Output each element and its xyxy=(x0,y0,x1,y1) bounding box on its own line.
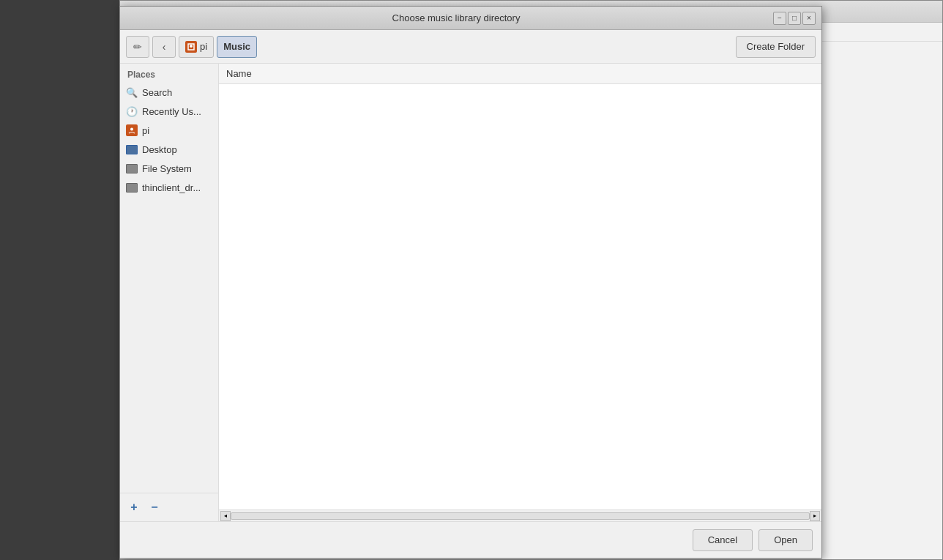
remove-bookmark-button[interactable]: − xyxy=(146,499,163,515)
filesystem-icon xyxy=(126,163,138,174)
search-icon: 🔍 xyxy=(126,86,138,98)
file-pane: Name ◂ ▸ xyxy=(219,64,821,521)
choose-directory-dialog: Choose music library directory − □ × ✏ ‹ xyxy=(119,6,822,559)
svg-point-2 xyxy=(130,128,133,131)
file-pane-header: Name xyxy=(219,64,821,84)
sidebar-label-desktop: Desktop xyxy=(142,144,177,155)
back-icon: ‹ xyxy=(163,41,166,53)
drive-icon xyxy=(126,182,138,193)
desktop-icon xyxy=(126,143,138,155)
breadcrumb-home-label: pi xyxy=(200,41,207,52)
os-sidebar xyxy=(0,0,121,560)
add-bookmark-button[interactable]: + xyxy=(126,499,142,515)
dialog-restore-btn[interactable]: □ xyxy=(788,12,801,25)
svg-point-1 xyxy=(190,45,193,48)
dialog-minimize-btn[interactable]: − xyxy=(773,12,786,25)
edit-icon: ✏ xyxy=(133,41,142,53)
breadcrumb-home[interactable]: pi xyxy=(179,36,214,58)
scroll-right-button[interactable]: ▸ xyxy=(810,511,820,521)
sidebar-label-filesystem: File System xyxy=(142,163,192,174)
sidebar: Places 🔍 Search 🕐 Recently Us... xyxy=(120,64,219,521)
dialog-title: Choose music library directory xyxy=(139,12,773,23)
sidebar-item-desktop[interactable]: Desktop xyxy=(120,140,218,159)
sidebar-footer: + − xyxy=(120,493,218,521)
create-folder-button[interactable]: Create Folder xyxy=(736,36,816,58)
scroll-left-button[interactable]: ◂ xyxy=(220,511,231,521)
edit-path-button[interactable]: ✏ xyxy=(126,36,149,58)
user-home-icon xyxy=(126,124,138,136)
sidebar-item-thinclient[interactable]: thinclient_dr... xyxy=(120,178,218,197)
desktop: − □ × File Choose music library director… xyxy=(0,0,943,560)
sidebar-header: Places xyxy=(120,64,218,83)
dialog-toolbar: ✏ ‹ pi Music Create Folder xyxy=(120,30,821,64)
sidebar-item-recently-used[interactable]: 🕐 Recently Us... xyxy=(120,102,218,121)
dialog-titlebar: Choose music library directory − □ × xyxy=(120,7,821,30)
sidebar-label-pi: pi xyxy=(142,125,149,136)
sidebar-label-thinclient: thinclient_dr... xyxy=(142,182,201,193)
breadcrumb-current[interactable]: Music xyxy=(217,36,257,58)
dialog-close-btn[interactable]: × xyxy=(802,12,816,25)
breadcrumb-current-label: Music xyxy=(223,41,250,52)
home-icon xyxy=(185,41,197,53)
cancel-button[interactable]: Cancel xyxy=(693,529,753,551)
dialog-title-controls: − □ × xyxy=(773,12,816,25)
open-button[interactable]: Open xyxy=(758,529,813,551)
file-list[interactable] xyxy=(219,84,821,509)
scroll-track[interactable] xyxy=(231,512,810,520)
dialog-main: Places 🔍 Search 🕐 Recently Us... xyxy=(120,64,821,521)
horizontal-scrollbar[interactable]: ◂ ▸ xyxy=(219,509,821,521)
clock-icon: 🕐 xyxy=(126,105,138,117)
sidebar-item-filesystem[interactable]: File System xyxy=(120,159,218,178)
back-button[interactable]: ‹ xyxy=(152,36,176,58)
sidebar-label-search: Search xyxy=(142,87,172,98)
sidebar-item-pi[interactable]: pi xyxy=(120,121,218,140)
column-name-header: Name xyxy=(226,68,252,79)
dialog-footer: Cancel Open xyxy=(120,521,821,558)
sidebar-item-search[interactable]: 🔍 Search xyxy=(120,83,218,102)
sidebar-label-recently-used: Recently Us... xyxy=(142,106,201,117)
